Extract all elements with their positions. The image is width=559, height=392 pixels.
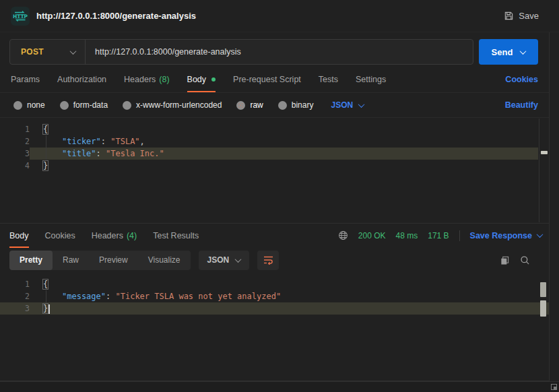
status-strip [0, 381, 559, 392]
body-mode-form-data-label: form-data [73, 100, 108, 110]
json-value: "TSLA" [110, 137, 139, 146]
body-mode-binary-label: binary [292, 100, 314, 110]
scrollbar-mark[interactable] [540, 282, 546, 297]
save-icon [504, 11, 514, 21]
line-number: 2 [0, 135, 30, 148]
json-colon: : [106, 292, 115, 301]
view-mode-group: Pretty Raw Preview Visualize [9, 251, 191, 270]
json-key: "ticker" [62, 137, 101, 146]
radio-icon [123, 101, 131, 110]
tab-visualize[interactable]: Visualize [138, 251, 191, 270]
save-response-button[interactable]: Save Response [470, 231, 542, 240]
body-mode-binary[interactable]: binary [278, 100, 314, 110]
line-number: 3 [0, 302, 30, 315]
chevron-down-icon [537, 231, 544, 238]
tab-response-cookies-label: Cookies [45, 231, 75, 240]
tab-pretty[interactable]: Pretty [9, 251, 53, 270]
json-value: "Ticker TSLA was not yet analyzed" [115, 292, 281, 301]
response-meta: 200 OK 48 ms 171 B Save Response [338, 230, 542, 241]
radio-selected-icon [236, 101, 245, 110]
chevron-down-icon [70, 48, 77, 55]
beautify-link[interactable]: Beautify [505, 100, 538, 110]
body-mode-bar: none form-data x-www-form-urlencoded raw… [0, 93, 549, 117]
response-body-viewer[interactable]: 1 { 2 "message": "Ticker TSLA was not ye… [0, 273, 549, 381]
url-input[interactable] [86, 40, 473, 64]
tab-params[interactable]: Params [11, 66, 40, 92]
response-tabs: Body Cookies Headers (4) Test Results [0, 223, 549, 247]
line-number: 4 [0, 160, 30, 172]
tab-authorization[interactable]: Authorization [57, 66, 106, 92]
send-options-chevron-icon[interactable] [520, 48, 527, 55]
json-key: "message" [62, 292, 106, 301]
json-comma: , [140, 137, 145, 146]
response-headers-count-badge: (4) [127, 231, 137, 240]
chevron-down-icon [358, 101, 365, 108]
line-number: 2 [0, 290, 30, 302]
tab-response-body-label: Body [9, 231, 29, 240]
body-mode-urlencoded[interactable]: x-www-form-urlencoded [123, 100, 222, 110]
request-tabs: Params Authorization Headers (8) Body Pr… [0, 66, 549, 93]
save-button[interactable]: Save [504, 11, 539, 21]
method-select[interactable]: POST [10, 40, 86, 64]
request-url-row: POST Send [9, 38, 538, 66]
body-mode-urlencoded-label: x-www-form-urlencoded [136, 100, 222, 110]
tab-response-body[interactable]: Body [9, 224, 29, 248]
response-size: 171 B [428, 231, 449, 240]
status-badge: 200 OK [358, 231, 386, 240]
body-mode-none-label: none [27, 100, 45, 110]
tab-prerequest-script[interactable]: Pre-request Script [233, 66, 301, 92]
tab-response-cookies[interactable]: Cookies [45, 224, 75, 248]
body-mode-raw[interactable]: raw [236, 100, 263, 110]
tab-headers[interactable]: Headers (8) [124, 66, 170, 92]
postman-window: HTTP http://127.0.0.1:8000/generate-anal… [0, 0, 559, 392]
tab-raw[interactable]: Raw [53, 251, 89, 270]
close-brace: } [43, 304, 48, 313]
json-colon: : [96, 149, 106, 158]
tab-response-headers[interactable]: Headers (4) [92, 224, 137, 248]
code-line-highlighted: 3 "title": "Tesla Inc." [0, 148, 538, 160]
tab-test-results[interactable]: Test Results [153, 224, 199, 248]
tab-response-headers-label: Headers [92, 231, 123, 240]
line-wrap-icon [263, 255, 274, 265]
tab-prerequest-label: Pre-request Script [233, 75, 301, 84]
open-brace: { [43, 125, 48, 134]
code-line: 1 { [0, 123, 538, 135]
radio-icon [13, 101, 22, 110]
code-line: 1 { [0, 278, 549, 290]
code-line: 2 "ticker": "TSLA", [0, 135, 538, 148]
editor-scrollbar[interactable] [539, 119, 548, 222]
tab-headers-label: Headers [124, 75, 156, 84]
radio-icon [278, 101, 287, 110]
request-header-bar: HTTP http://127.0.0.1:8000/generate-anal… [0, 0, 559, 32]
tab-authorization-label: Authorization [57, 75, 106, 84]
cookies-link[interactable]: Cookies [505, 75, 538, 84]
divider [459, 230, 460, 241]
wrap-lines-button[interactable] [257, 251, 279, 270]
response-actions [500, 255, 539, 265]
save-button-label: Save [519, 11, 539, 21]
search-button[interactable] [520, 255, 530, 265]
copy-button[interactable] [500, 255, 510, 265]
body-format-select[interactable]: JSON [331, 100, 364, 110]
tab-body[interactable]: Body [187, 66, 216, 92]
line-number: 1 [0, 278, 30, 290]
send-button[interactable]: Send [479, 39, 538, 65]
body-set-dot-icon [211, 77, 216, 81]
request-body-editor[interactable]: 1 { 2 "ticker": "TSLA", 3 "title": "Tesl… [0, 117, 549, 223]
tab-settings[interactable]: Settings [356, 66, 386, 92]
open-brace: { [43, 280, 48, 289]
json-value: "Tesla Inc." [106, 149, 164, 158]
tab-settings-label: Settings [356, 75, 386, 84]
response-format-label: JSON [207, 255, 230, 265]
network-globe-icon[interactable] [338, 230, 348, 240]
scrollbar-mark[interactable] [540, 300, 546, 317]
body-mode-none[interactable]: none [13, 100, 45, 110]
body-mode-form-data[interactable]: form-data [60, 100, 108, 110]
close-brace: } [43, 161, 48, 170]
response-format-select[interactable]: JSON [199, 251, 250, 270]
tab-tests[interactable]: Tests [319, 66, 338, 92]
chevron-down-icon [235, 256, 242, 263]
body-mode-raw-label: raw [250, 100, 263, 110]
code-line: 2 "message": "Ticker TSLA was not yet an… [0, 290, 549, 302]
tab-preview[interactable]: Preview [89, 251, 138, 270]
